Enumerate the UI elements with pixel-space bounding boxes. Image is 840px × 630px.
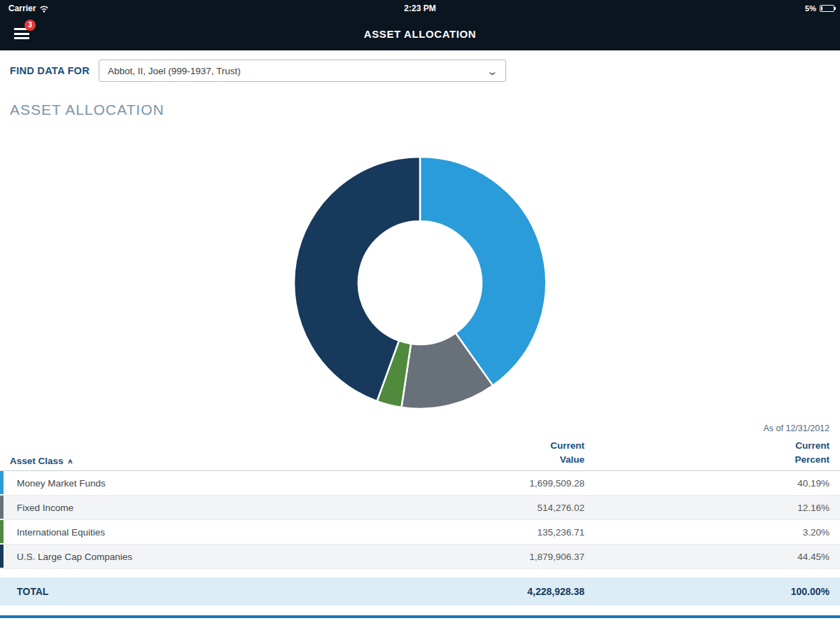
table-row[interactable]: Fixed Income 514,276.02 12.16% bbox=[0, 496, 840, 520]
total-row: TOTAL 4,228,928.38 100.00% bbox=[0, 578, 840, 606]
donut-chart-svg bbox=[290, 153, 550, 412]
asset-allocation-donut-chart bbox=[290, 153, 550, 415]
section-title: ASSET ALLOCATION bbox=[10, 102, 840, 118]
current-percent-cell: 12.16% bbox=[584, 503, 840, 513]
account-select[interactable]: Abbot, II, Joel (999-1937, Trust) ⌄ bbox=[99, 59, 506, 82]
notification-badge: 3 bbox=[24, 20, 36, 31]
column-header-current-percent[interactable]: Current Percent bbox=[584, 439, 840, 466]
footer-divider bbox=[0, 615, 840, 618]
current-value-cell: 1,699,509.28 bbox=[343, 478, 584, 489]
nav-bar: 3 ASSET ALLOCATION bbox=[0, 17, 840, 50]
account-select-value: Abbot, II, Joel (999-1937, Trust) bbox=[108, 66, 241, 76]
row-color-chip bbox=[0, 520, 4, 543]
row-color-chip bbox=[0, 471, 4, 494]
row-color-chip bbox=[0, 496, 4, 519]
row-color-chip bbox=[0, 545, 4, 568]
status-bar: Carrier 2:23 PM 5% bbox=[0, 0, 840, 17]
total-label: TOTAL bbox=[0, 586, 343, 597]
column-header-current-value[interactable]: Current Value bbox=[343, 439, 584, 466]
find-data-row: FIND DATA FOR Abbot, II, Joel (999-1937,… bbox=[0, 50, 840, 88]
top-dark-area: Carrier 2:23 PM 5% 3 ASSET ALLOCATION bbox=[0, 0, 840, 50]
asset-class-cell: Money Market Funds bbox=[0, 478, 343, 489]
chevron-down-icon: ⌄ bbox=[486, 66, 499, 76]
current-value-cell: 135,236.71 bbox=[343, 527, 584, 538]
page-title: ASSET ALLOCATION bbox=[0, 28, 840, 40]
total-value: 4,228,928.38 bbox=[343, 586, 584, 597]
column-header-asset-class[interactable]: Asset Class ∧ bbox=[0, 456, 343, 466]
current-percent-cell: 40.19% bbox=[584, 478, 840, 489]
table-row[interactable]: International Equities 135,236.71 3.20% bbox=[0, 520, 840, 545]
current-percent-cell: 3.20% bbox=[584, 527, 840, 538]
total-percent: 100.00% bbox=[584, 586, 840, 597]
clock-time: 2:23 PM bbox=[0, 4, 840, 13]
table-header-row: Asset Class ∧ Current Value Current Perc… bbox=[0, 439, 840, 471]
battery-icon bbox=[820, 5, 834, 12]
asset-class-cell: International Equities bbox=[0, 527, 343, 538]
current-value-cell: 1,879,906.37 bbox=[343, 552, 584, 562]
asset-class-cell: U.S. Large Cap Companies bbox=[0, 552, 343, 562]
current-value-cell: 514,276.02 bbox=[343, 503, 584, 513]
sort-ascending-icon: ∧ bbox=[67, 458, 74, 465]
as-of-date: As of 12/31/2012 bbox=[0, 424, 840, 433]
menu-button[interactable]: 3 bbox=[14, 26, 29, 42]
current-percent-cell: 44.45% bbox=[584, 552, 840, 562]
table-row[interactable]: Money Market Funds 1,699,509.28 40.19% bbox=[0, 471, 840, 496]
table-row[interactable]: U.S. Large Cap Companies 1,879,906.37 44… bbox=[0, 545, 840, 569]
asset-class-cell: Fixed Income bbox=[0, 503, 343, 513]
find-data-label: FIND DATA FOR bbox=[10, 65, 90, 76]
